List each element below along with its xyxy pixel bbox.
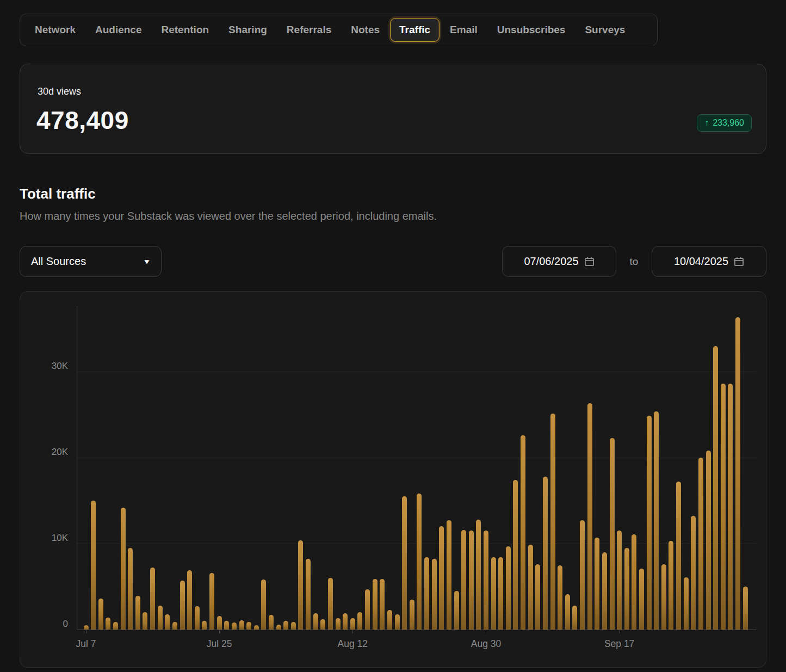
bar-jul-21[interactable] (187, 570, 192, 630)
bar-jul-30[interactable] (254, 625, 259, 630)
bar-jul-26[interactable] (224, 621, 229, 630)
bar-sep-10[interactable] (565, 594, 570, 630)
bar-sep-21[interactable] (647, 416, 652, 630)
bar-sep-16[interactable] (610, 438, 615, 630)
tab-sharing[interactable]: Sharing (219, 18, 276, 42)
bar-aug-7[interactable] (313, 613, 318, 630)
tab-notes[interactable]: Notes (342, 18, 389, 42)
bar-aug-25[interactable] (447, 520, 451, 630)
bar-sep-19[interactable] (632, 534, 636, 630)
bar-sep-1[interactable] (498, 557, 503, 630)
bar-aug-1[interactable] (269, 615, 274, 630)
bar-sep-29[interactable] (706, 451, 711, 630)
bar-aug-9[interactable] (328, 578, 333, 630)
tab-network[interactable]: Network (26, 18, 85, 42)
bar-sep-18[interactable] (624, 548, 629, 630)
bar-jul-11[interactable] (113, 622, 118, 630)
bar-sep-2[interactable] (506, 546, 511, 630)
bar-sep-5[interactable] (528, 545, 533, 630)
bar-sep-15[interactable] (602, 552, 607, 630)
bar-jul-7[interactable] (84, 625, 89, 630)
traffic-bar-chart[interactable]: 010K20K30KJul 7Jul 25Aug 12Aug 30Sep 17 (77, 305, 757, 630)
bar-aug-31[interactable] (491, 557, 496, 630)
bar-aug-3[interactable] (283, 621, 288, 630)
tab-email[interactable]: Email (441, 18, 487, 42)
bar-aug-16[interactable] (380, 579, 385, 630)
bar-sep-12[interactable] (580, 520, 585, 630)
bar-jul-25[interactable] (217, 616, 222, 630)
bar-jul-19[interactable] (172, 622, 177, 630)
bar-sep-11[interactable] (572, 606, 577, 630)
source-filter-dropdown[interactable]: All Sources ▼ (20, 246, 162, 277)
bar-sep-9[interactable] (558, 565, 562, 630)
bar-aug-26[interactable] (454, 591, 459, 630)
bar-jul-29[interactable] (246, 622, 251, 630)
bar-aug-29[interactable] (476, 520, 481, 630)
bar-jul-14[interactable] (135, 596, 140, 630)
bar-oct-3[interactable] (735, 317, 740, 630)
bar-sep-13[interactable] (587, 403, 592, 630)
bar-aug-19[interactable] (402, 496, 407, 630)
bar-aug-27[interactable] (461, 530, 466, 630)
bar-sep-17[interactable] (617, 531, 622, 630)
bar-jul-27[interactable] (232, 622, 237, 630)
bar-aug-12[interactable] (350, 618, 355, 630)
bar-sep-28[interactable] (698, 458, 703, 630)
bar-aug-24[interactable] (439, 526, 444, 630)
bar-oct-4[interactable] (743, 587, 748, 630)
bar-aug-15[interactable] (373, 579, 377, 630)
bar-aug-20[interactable] (410, 600, 414, 630)
bar-sep-26[interactable] (684, 577, 689, 630)
bar-sep-14[interactable] (595, 538, 599, 630)
bar-aug-14[interactable] (365, 589, 370, 630)
bar-sep-22[interactable] (654, 411, 659, 630)
bar-aug-13[interactable] (357, 612, 362, 630)
bar-sep-24[interactable] (669, 541, 673, 630)
bar-sep-3[interactable] (513, 480, 518, 630)
bar-aug-11[interactable] (343, 613, 348, 630)
bar-jul-13[interactable] (128, 548, 133, 630)
bar-aug-10[interactable] (336, 618, 341, 630)
bar-aug-22[interactable] (424, 557, 429, 630)
bar-jul-22[interactable] (195, 606, 200, 630)
bar-jul-10[interactable] (106, 618, 110, 630)
date-from-input[interactable]: 07/06/2025 (502, 246, 616, 277)
tab-audience[interactable]: Audience (86, 18, 151, 42)
bar-jul-9[interactable] (98, 599, 103, 630)
bar-aug-5[interactable] (298, 540, 303, 630)
bar-jul-23[interactable] (202, 621, 207, 630)
bar-sep-23[interactable] (661, 564, 666, 630)
bar-sep-25[interactable] (676, 482, 681, 630)
tab-surveys[interactable]: Surveys (575, 18, 634, 42)
bar-sep-8[interactable] (550, 414, 555, 630)
bar-aug-4[interactable] (291, 622, 296, 630)
tab-referrals[interactable]: Referrals (277, 18, 341, 42)
bar-jul-12[interactable] (121, 508, 126, 630)
bar-aug-17[interactable] (387, 610, 392, 630)
bar-oct-2[interactable] (728, 384, 733, 630)
bar-jul-15[interactable] (143, 612, 147, 630)
bar-aug-18[interactable] (395, 614, 400, 630)
bar-aug-30[interactable] (484, 531, 488, 630)
bar-jul-18[interactable] (165, 614, 170, 630)
bar-oct-1[interactable] (721, 384, 726, 630)
tab-retention[interactable]: Retention (152, 18, 219, 42)
bar-jul-31[interactable] (261, 579, 266, 630)
bar-sep-4[interactable] (521, 435, 525, 630)
bar-aug-6[interactable] (306, 559, 311, 630)
tab-traffic[interactable]: Traffic (390, 18, 440, 42)
bar-sep-20[interactable] (639, 569, 644, 630)
bar-sep-6[interactable] (535, 564, 540, 630)
bar-aug-23[interactable] (432, 559, 437, 630)
bar-sep-30[interactable] (713, 346, 718, 630)
bar-jul-16[interactable] (150, 568, 155, 630)
bar-aug-8[interactable] (320, 619, 325, 630)
bar-jul-20[interactable] (180, 581, 185, 630)
bar-sep-7[interactable] (543, 477, 548, 630)
tab-unsubscribes[interactable]: Unsubscribes (488, 18, 575, 42)
bar-aug-28[interactable] (469, 531, 474, 630)
bar-sep-27[interactable] (691, 516, 696, 630)
date-to-input[interactable]: 10/04/2025 (652, 246, 766, 277)
bar-jul-24[interactable] (209, 573, 214, 630)
bar-jul-28[interactable] (239, 620, 244, 630)
